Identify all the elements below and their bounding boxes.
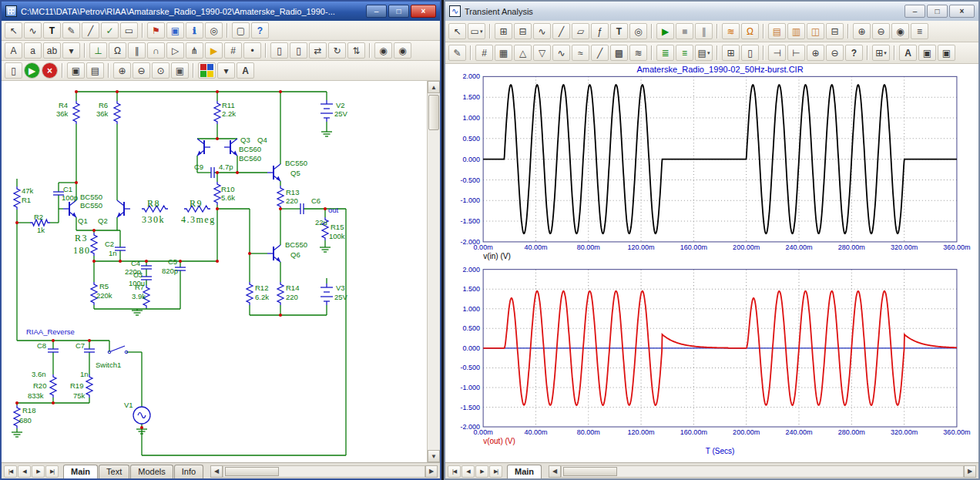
tab-main[interactable]: Main: [507, 465, 542, 478]
schematic-vscrollbar[interactable]: ▲ ▼: [427, 81, 440, 462]
color-picker[interactable]: [198, 62, 216, 79]
polygon-tool-icon[interactable]: ▱: [572, 23, 589, 39]
slope-icon[interactable]: ╱: [591, 45, 609, 61]
component-Q5[interactable]: [267, 164, 280, 181]
zoom-out-icon[interactable]: ⊖: [826, 45, 844, 61]
select-tool-icon[interactable]: ↖: [5, 22, 22, 39]
rectangle-mode-icon[interactable]: ▭: [120, 22, 138, 39]
ground-symbol[interactable]: [132, 309, 143, 315]
peak-icon[interactable]: △: [514, 45, 532, 61]
select-tool-icon[interactable]: ↖: [448, 23, 466, 39]
copy-page-icon[interactable]: ▣: [938, 45, 955, 61]
numeric-output-icon[interactable]: ⊞: [722, 45, 740, 61]
component-Q2[interactable]: [117, 200, 130, 217]
font-icon[interactable]: A: [899, 45, 917, 61]
document-icon[interactable]: ▯: [741, 45, 759, 61]
hscroll-track[interactable]: [223, 465, 425, 478]
point-mode-icon[interactable]: ◎: [205, 22, 223, 39]
scroll-right-icon[interactable]: ▶: [425, 465, 438, 478]
opamp-icon[interactable]: ▶: [205, 42, 223, 59]
ripple-icon[interactable]: ≋: [629, 45, 647, 61]
find-next-icon[interactable]: ◉: [394, 42, 411, 59]
maximize-button[interactable]: □: [388, 5, 409, 18]
zoom-region-icon[interactable]: ⊞: [495, 23, 512, 39]
schematic-canvas[interactable]: R436kR636kR112.2kV225VQ3Q4BC560BC560C94.…: [2, 81, 427, 462]
attribute-text-icon[interactable]: ab: [43, 42, 61, 59]
stop-button[interactable]: ■: [676, 23, 693, 39]
tag-tool-icon[interactable]: ◎: [629, 23, 647, 39]
enable-icon[interactable]: ▶: [24, 62, 40, 79]
formula-tool-icon[interactable]: ƒ: [591, 23, 609, 39]
component-R20[interactable]: [50, 374, 56, 398]
wave-icon[interactable]: ∿: [552, 45, 570, 61]
vscroll-track[interactable]: [428, 93, 440, 450]
slope-tool-icon[interactable]: ╱: [552, 23, 570, 39]
camera-icon[interactable]: ▣: [171, 62, 189, 79]
zoom-percent-icon[interactable]: ⊙: [152, 62, 169, 79]
component-R6[interactable]: [114, 101, 120, 124]
tab-models[interactable]: Models: [130, 465, 173, 478]
wire-mode-icon[interactable]: ∿: [24, 22, 42, 39]
scroll-left-icon[interactable]: ◀: [549, 465, 561, 478]
cursor-left-icon[interactable]: ⊣: [768, 45, 786, 61]
sheet-icon[interactable]: ▯: [270, 42, 288, 59]
text-dropdown-icon[interactable]: ▾: [62, 42, 80, 59]
component-Q3[interactable]: [197, 139, 210, 156]
component-C4[interactable]: [141, 266, 152, 269]
data-points-icon[interactable]: ▦: [495, 45, 512, 61]
probe-icon[interactable]: Ω: [741, 23, 759, 39]
cursor-right-icon[interactable]: ⊢: [787, 45, 805, 61]
page-nav-3-icon[interactable]: ▶|: [45, 465, 59, 478]
grid-icon[interactable]: #: [224, 42, 242, 59]
text-tool-icon[interactable]: T: [610, 23, 628, 39]
hscrollbar[interactable]: ◀▶: [549, 465, 976, 478]
schematic-titlebar[interactable]: C:\MC11\DATA\Petrov\RIAA\Amatarske_Radio…: [2, 2, 440, 21]
run-button[interactable]: ▶: [656, 23, 674, 39]
properties-icon[interactable]: ≡: [911, 23, 928, 39]
region-select-icon[interactable]: ▢: [232, 22, 250, 39]
component-R12[interactable]: [247, 282, 253, 305]
layers-add-icon[interactable]: ≡: [676, 45, 693, 61]
component-Q6[interactable]: [267, 245, 280, 262]
ground-icon[interactable]: ⊥: [89, 42, 107, 59]
page-nav-0-icon[interactable]: |◀: [4, 465, 17, 478]
copy-icon[interactable]: ▣: [67, 62, 85, 79]
overlay-icon[interactable]: ◫: [807, 23, 824, 39]
component-C8[interactable]: [48, 349, 59, 352]
node-dot-icon[interactable]: •: [243, 42, 261, 59]
component-V3[interactable]: [321, 284, 333, 305]
flip-icon[interactable]: ⇅: [347, 42, 365, 59]
pin-name-icon[interactable]: A: [5, 42, 22, 59]
close-button[interactable]: ×: [949, 5, 975, 18]
diode-icon[interactable]: ▷: [166, 42, 184, 59]
capacitor-icon[interactable]: ∥: [128, 42, 146, 59]
zoom-in-icon[interactable]: ⊕: [807, 45, 824, 61]
grid-dropdown-icon[interactable]: ⊞▾: [872, 45, 890, 61]
zoom-in-icon[interactable]: ⊕: [853, 23, 871, 39]
mirror-icon[interactable]: ⇄: [309, 42, 327, 59]
component-R13[interactable]: [277, 186, 284, 209]
font-icon[interactable]: A: [237, 62, 254, 79]
copy-plot-icon[interactable]: ▣: [918, 45, 936, 61]
edit-icon[interactable]: ✎: [448, 45, 466, 61]
rotate-icon[interactable]: ↻: [328, 42, 346, 59]
component-R10[interactable]: [214, 182, 220, 205]
component-V1[interactable]: [133, 407, 150, 424]
minimize-button[interactable]: –: [366, 5, 387, 18]
ground-symbol[interactable]: [320, 246, 331, 252]
paste-icon[interactable]: ▤: [86, 62, 104, 79]
waveform-tool-icon[interactable]: ∿: [533, 23, 551, 39]
page-nav-1-icon[interactable]: ◀: [461, 465, 475, 478]
info-mode-icon[interactable]: ℹ: [186, 22, 203, 39]
component-R4[interactable]: [73, 101, 79, 124]
tab-text[interactable]: Text: [99, 465, 129, 478]
pin-number-icon[interactable]: a: [24, 42, 42, 59]
component-dropdown-icon[interactable]: ▭▾: [468, 23, 485, 39]
minimize-button[interactable]: –: [904, 5, 925, 18]
new-sheet-icon[interactable]: ▯: [5, 62, 22, 79]
scroll-down-icon[interactable]: ▼: [428, 450, 440, 462]
tab-info[interactable]: Info: [174, 465, 203, 478]
collapse-icon[interactable]: ⊟: [826, 23, 844, 39]
zoom-out-icon[interactable]: ⊖: [872, 23, 890, 39]
tile-horizontal-icon[interactable]: ▤: [768, 23, 786, 39]
